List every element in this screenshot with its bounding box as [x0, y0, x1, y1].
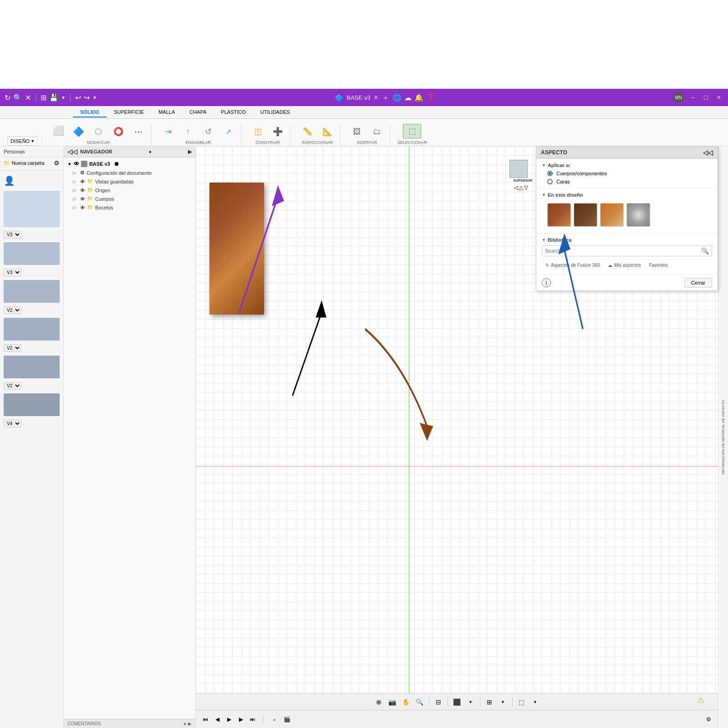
box-btn[interactable]: 🔷	[69, 125, 87, 138]
aspect-expand-icon[interactable]: ◁◁	[703, 149, 713, 156]
version-select-5[interactable]: V2	[4, 382, 21, 390]
search-icon[interactable]: 🔍	[13, 93, 22, 102]
axis-btn[interactable]: ➕	[269, 125, 287, 138]
animate-btn[interactable]: 🎬	[282, 714, 292, 724]
tab-superficie[interactable]: SUPERFICIE	[107, 107, 151, 117]
material-thumb-wood3[interactable]	[600, 203, 624, 227]
radio-bodies[interactable]: Cuerpos/componentes	[547, 171, 712, 176]
bell-icon[interactable]: 🔔	[414, 93, 423, 102]
close-btn[interactable]: ×	[714, 93, 723, 102]
design-dropdown[interactable]: DISEÑO ▼	[7, 137, 38, 146]
tab-solido[interactable]: SÓLIDO	[73, 107, 107, 117]
grid-dropdown[interactable]: ▼	[497, 696, 509, 708]
visibility-dropdown[interactable]: ▼	[529, 696, 541, 708]
last-frame-btn[interactable]: ⏭	[248, 714, 258, 724]
navigator-arrow-right[interactable]: ▶	[188, 149, 192, 155]
view-cube-nav-down[interactable]: ▽	[524, 184, 528, 191]
nav-item-config[interactable]: ▷ ⚙ Configuración del documento	[64, 168, 195, 177]
pan-btn[interactable]: ✋	[400, 696, 412, 708]
navigator-expand-icon[interactable]: ●	[149, 149, 152, 154]
tab-chapa[interactable]: CHAPA	[182, 107, 214, 117]
search-input[interactable]	[545, 248, 699, 254]
comments-record[interactable]: ●	[183, 721, 186, 726]
more-shapes-btn[interactable]: ⋯	[129, 125, 148, 138]
tab-plastico[interactable]: PLÁSTICO	[214, 107, 253, 117]
nav-root-item[interactable]: ▼ 👁 BASE v3 ⏺	[64, 159, 195, 168]
inspect-btn[interactable]: 📐	[318, 125, 336, 138]
nav-root-record[interactable]: ⏺	[114, 161, 119, 167]
comments-arrow[interactable]: ▶	[188, 721, 192, 726]
keyframe-btn[interactable]: ⬦	[269, 714, 279, 724]
redo-icon[interactable]: ↪	[84, 93, 90, 102]
sphere-btn[interactable]: ⭕	[109, 125, 127, 138]
sweep-btn[interactable]: ↗	[219, 125, 237, 138]
close-icon-toolbar[interactable]: ✕	[25, 93, 31, 102]
fit-btn[interactable]: ⊟	[433, 696, 444, 708]
grid-display-btn[interactable]: ⊞	[484, 696, 495, 708]
view-cube[interactable]: INFORMACIÓN DE MATERIAL DE ASPECTO SUPER…	[505, 155, 537, 187]
move-tool-btn[interactable]: ⊕	[373, 696, 385, 708]
timeline-settings-btn[interactable]: ⚙	[703, 714, 713, 724]
cylinder-btn[interactable]: ⬡	[89, 125, 107, 138]
save-dropdown-icon[interactable]: ▼	[61, 95, 66, 100]
material-thumb-wood2[interactable]	[574, 203, 597, 227]
search-box[interactable]: 🔍	[542, 245, 712, 256]
revolve-btn[interactable]: ↺	[199, 125, 217, 138]
maximize-btn[interactable]: □	[701, 93, 710, 102]
extrude-btn[interactable]: ↑	[179, 125, 197, 138]
save-icon[interactable]: 💾	[49, 93, 58, 102]
radio-faces[interactable]: Caras	[547, 179, 712, 184]
redo-dropdown-icon[interactable]: ▼	[92, 95, 97, 100]
join-btn[interactable]: ⇥	[159, 125, 177, 138]
sketch-btn[interactable]: ⬜	[49, 124, 67, 138]
version-select-2[interactable]: V3	[4, 269, 21, 276]
grid-icon[interactable]: ⊞	[41, 93, 46, 102]
material-thumb-metal[interactable]	[626, 203, 650, 227]
version-select-4[interactable]: V2	[4, 344, 21, 352]
next-frame-btn[interactable]: ▶	[236, 714, 246, 724]
info-button[interactable]: ℹ	[542, 278, 551, 287]
version-select-6[interactable]: V4	[4, 420, 21, 428]
new-tab-btn[interactable]: ＋	[382, 92, 390, 103]
plane-btn[interactable]: ◫	[249, 125, 267, 138]
navigator-collapse-icon[interactable]: ◁◁	[67, 148, 77, 155]
nav-item-origin[interactable]: ▷ 👁 📁 Origen	[64, 186, 195, 194]
view-cube-nav-up[interactable]: △	[519, 184, 523, 191]
lib-tab-favoritos[interactable]: Favoritos	[646, 261, 672, 269]
nav-item-sketches[interactable]: ▷ 👁 📁 Bocetos	[64, 203, 195, 212]
version-select-1[interactable]: V3	[4, 231, 21, 239]
cloud-icon[interactable]: ☁	[404, 93, 412, 102]
measure-btn[interactable]: 📏	[298, 125, 316, 138]
nav-root-eye[interactable]: 👁	[74, 161, 79, 167]
tab-utilidades[interactable]: UTILIDADES	[253, 107, 297, 117]
insert-btn[interactable]: 🖼	[348, 125, 366, 138]
browser-icon[interactable]: 🌐	[392, 93, 402, 102]
display-btn[interactable]: ⬛	[451, 696, 463, 708]
view-cube-nav-left[interactable]: ◁	[514, 184, 518, 191]
zoom-btn[interactable]: 🔍	[414, 696, 426, 708]
nav-item-bodies[interactable]: ▷ 👁 📁 Cuerpos	[64, 194, 195, 203]
close-button[interactable]: Cerrar	[684, 278, 712, 288]
play-btn[interactable]: ▶	[224, 714, 234, 724]
visibility-btn[interactable]: ⬚	[516, 696, 528, 708]
window-close-doc[interactable]: ✕	[373, 94, 379, 101]
lib-tab-fusion[interactable]: ↻ Aspectos de Fusion 360	[542, 261, 603, 269]
undo-icon[interactable]: ↩	[75, 93, 81, 102]
material-thumb-wood1[interactable]	[547, 203, 571, 227]
gear-icon[interactable]: ⚙	[54, 159, 60, 167]
prev-frame-btn[interactable]: ◀	[212, 714, 222, 724]
first-frame-btn[interactable]: ⏮	[200, 714, 210, 724]
user-avatar[interactable]: MN	[673, 92, 684, 103]
search-icon-btn[interactable]: 🔍	[701, 247, 709, 255]
minimize-btn[interactable]: −	[688, 93, 697, 102]
select-btn[interactable]: ⬚	[403, 124, 421, 138]
lib-tab-mis[interactable]: ☁ Mis aspectos	[604, 261, 644, 269]
help-icon[interactable]: ❓	[426, 93, 435, 102]
canvas-btn[interactable]: 🗂	[368, 125, 386, 138]
tab-malla[interactable]: MALLA	[151, 107, 182, 117]
refresh-icon[interactable]: ↻	[5, 93, 10, 102]
nav-item-views[interactable]: ▷ 👁 📁 Vistas guardadas	[64, 177, 195, 186]
version-select-3[interactable]: V2	[4, 306, 21, 314]
nueva-carpeta-row[interactable]: 📁 Nueva carpeta ⚙	[0, 158, 63, 168]
display-dropdown[interactable]: ▼	[465, 696, 477, 708]
